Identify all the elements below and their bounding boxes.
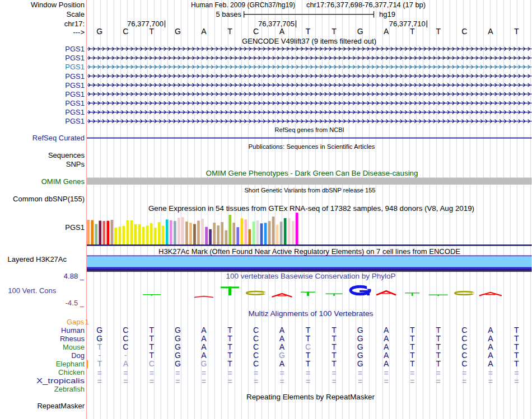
svg-text:Rhesus: Rhesus bbox=[60, 335, 85, 343]
svg-text:T: T bbox=[436, 342, 441, 351]
svg-text:C: C bbox=[461, 342, 467, 351]
svg-text:T: T bbox=[436, 27, 441, 36]
svg-text:C: C bbox=[461, 334, 467, 343]
svg-text:PGS1: PGS1 bbox=[65, 99, 85, 107]
svg-text:T: T bbox=[227, 359, 232, 368]
svg-text:T: T bbox=[332, 351, 337, 360]
svg-text:=: = bbox=[279, 369, 284, 378]
svg-text:Elephant: Elephant bbox=[56, 360, 85, 368]
svg-text:--->: ---> bbox=[73, 28, 85, 36]
svg-text:76,377,710: 76,377,710 bbox=[389, 20, 426, 28]
svg-text:=: = bbox=[306, 377, 310, 386]
svg-text:C: C bbox=[123, 342, 128, 351]
svg-text:A: A bbox=[123, 359, 129, 368]
svg-text:GENCODE V49lift37 (9 items fil: GENCODE V49lift37 (9 items filtered out) bbox=[242, 37, 376, 45]
svg-text:=: = bbox=[332, 369, 337, 378]
svg-text:T: T bbox=[306, 27, 311, 36]
svg-text:T: T bbox=[410, 359, 415, 368]
svg-text:G: G bbox=[175, 27, 181, 36]
svg-text:T: T bbox=[306, 326, 311, 335]
svg-text:=: = bbox=[410, 377, 414, 386]
svg-text:T: T bbox=[410, 342, 415, 351]
svg-text:T: T bbox=[410, 351, 415, 360]
svg-text:A: A bbox=[384, 359, 389, 368]
svg-text:T: T bbox=[332, 359, 337, 368]
svg-text:T: T bbox=[436, 359, 441, 368]
svg-text:=: = bbox=[410, 369, 414, 378]
svg-text:T: T bbox=[436, 326, 441, 335]
svg-text:T: T bbox=[227, 326, 232, 335]
svg-text:=: = bbox=[462, 369, 466, 378]
svg-text:T: T bbox=[150, 334, 155, 343]
svg-text:=: = bbox=[358, 377, 362, 386]
svg-text:T: T bbox=[150, 27, 155, 36]
svg-text:hg19: hg19 bbox=[379, 10, 395, 18]
svg-text:A: A bbox=[279, 334, 285, 343]
svg-text:G: G bbox=[200, 359, 207, 368]
svg-text:PGS1: PGS1 bbox=[65, 63, 85, 71]
svg-text:RefSeq genes from NCBI: RefSeq genes from NCBI bbox=[275, 126, 344, 133]
svg-text:T: T bbox=[410, 326, 415, 335]
svg-text:A: A bbox=[279, 359, 285, 368]
svg-text:T: T bbox=[436, 334, 441, 343]
svg-text:A: A bbox=[279, 326, 285, 335]
svg-text:=: = bbox=[97, 369, 102, 378]
svg-text:100 vertebrates Basewise Conse: 100 vertebrates Basewise Conservation by… bbox=[226, 272, 396, 280]
svg-text:T: T bbox=[514, 342, 519, 351]
svg-text:=: = bbox=[384, 369, 389, 378]
svg-text:=: = bbox=[123, 377, 128, 386]
svg-text:A: A bbox=[201, 342, 207, 351]
svg-text:G: G bbox=[357, 351, 363, 360]
svg-text:-: - bbox=[98, 351, 101, 360]
svg-text:C: C bbox=[461, 27, 467, 36]
svg-text:=: = bbox=[488, 377, 493, 386]
svg-text:-: - bbox=[124, 351, 127, 360]
svg-text:G: G bbox=[96, 326, 102, 335]
svg-text:Sequences: Sequences bbox=[48, 151, 85, 159]
svg-text:76,377,700: 76,377,700 bbox=[127, 20, 164, 28]
svg-text:G: G bbox=[175, 334, 181, 343]
svg-text:G: G bbox=[279, 351, 285, 360]
svg-text:G: G bbox=[357, 359, 363, 368]
svg-text:C: C bbox=[253, 359, 259, 368]
svg-text:=: = bbox=[254, 377, 258, 386]
svg-text:=: = bbox=[227, 369, 232, 378]
svg-text:T: T bbox=[306, 334, 311, 343]
svg-text:Gene Expression in 54 tissues: Gene Expression in 54 tissues from GTEx … bbox=[148, 204, 474, 213]
svg-text:T: T bbox=[514, 334, 519, 343]
svg-text:PGS1: PGS1 bbox=[65, 223, 85, 232]
svg-text:Gaps: Gaps bbox=[67, 318, 85, 326]
svg-text:=: = bbox=[436, 377, 441, 386]
svg-text:A: A bbox=[488, 334, 493, 343]
svg-text:A: A bbox=[279, 27, 285, 36]
svg-text:=: = bbox=[384, 377, 389, 386]
svg-text:PGS1: PGS1 bbox=[65, 81, 85, 90]
svg-text:=: = bbox=[306, 369, 310, 378]
svg-text:Dog: Dog bbox=[71, 351, 85, 360]
svg-text:A: A bbox=[384, 326, 389, 335]
svg-text:G: G bbox=[175, 359, 181, 368]
svg-text:A: A bbox=[201, 326, 207, 335]
svg-text:G: G bbox=[357, 326, 363, 335]
svg-text:=: = bbox=[227, 377, 232, 386]
svg-text:A: A bbox=[384, 351, 389, 360]
svg-text:=: = bbox=[175, 369, 180, 378]
svg-text:C: C bbox=[253, 326, 259, 335]
svg-text:T: T bbox=[306, 351, 311, 360]
svg-text:=: = bbox=[202, 369, 206, 378]
svg-text:A: A bbox=[201, 27, 207, 36]
svg-text:PGS1: PGS1 bbox=[65, 72, 85, 81]
svg-text:C: C bbox=[123, 334, 128, 343]
svg-text:T: T bbox=[227, 27, 232, 36]
svg-text:T: T bbox=[410, 334, 415, 343]
svg-text:T: T bbox=[514, 359, 519, 368]
svg-text:PGS1: PGS1 bbox=[65, 45, 85, 53]
svg-text:C: C bbox=[461, 351, 467, 360]
svg-text:100 Vert. Cons: 100 Vert. Cons bbox=[8, 286, 56, 295]
svg-text:=: = bbox=[254, 369, 258, 378]
svg-text:Repeating Elements by RepeatMa: Repeating Elements by RepeatMasker bbox=[246, 393, 375, 401]
svg-text:C: C bbox=[253, 27, 259, 36]
svg-text:=: = bbox=[358, 369, 362, 378]
svg-text:Common dbSNP(155): Common dbSNP(155) bbox=[13, 195, 85, 203]
svg-text:T: T bbox=[332, 334, 337, 343]
